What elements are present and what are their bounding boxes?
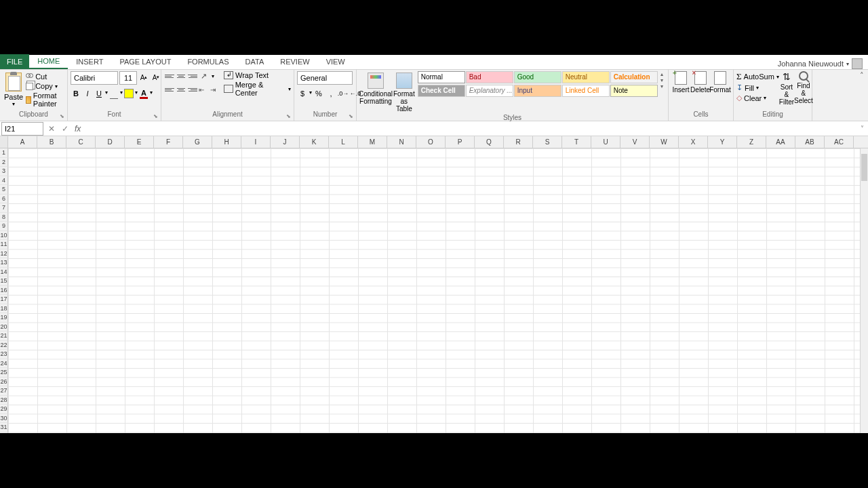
scrollbar-thumb[interactable] [861, 154, 867, 181]
row-header[interactable]: 18 [0, 304, 8, 314]
column-header[interactable]: C [66, 136, 96, 148]
increase-indent-button[interactable]: ⇥ [210, 85, 221, 94]
find-select-button[interactable]: Find & Select [794, 71, 813, 104]
row-header[interactable]: 22 [0, 341, 8, 350]
column-header[interactable]: J [271, 136, 300, 148]
avatar[interactable] [852, 58, 863, 69]
clear-button[interactable]: ◇Clear▾ [736, 94, 779, 102]
align-right-button[interactable] [187, 85, 198, 94]
decrease-font-button[interactable]: A▾ [151, 71, 161, 83]
column-header[interactable]: P [446, 136, 475, 148]
column-header[interactable]: D [96, 136, 125, 148]
user-dropdown-icon[interactable]: ▾ [846, 61, 849, 67]
row-header[interactable]: 31 [0, 423, 8, 432]
column-header[interactable]: W [650, 136, 679, 148]
comma-format-button[interactable]: , [326, 87, 336, 100]
row-header[interactable]: 30 [0, 414, 8, 424]
align-left-button[interactable] [164, 85, 175, 94]
delete-cells-button[interactable]: Delete [690, 71, 710, 94]
style-calculation[interactable]: Calculation [610, 71, 658, 83]
merge-center-button[interactable]: Merge & Center▾ [224, 81, 291, 97]
column-header[interactable]: S [533, 136, 562, 148]
underline-button[interactable]: U [94, 87, 104, 100]
align-center-button[interactable] [176, 85, 186, 94]
decrease-indent-button[interactable]: ⇤ [199, 85, 210, 94]
row-header[interactable]: 32 [0, 432, 8, 434]
tab-home[interactable]: HOME [29, 54, 68, 69]
tab-formulas[interactable]: FORMULAS [179, 54, 237, 69]
row-header[interactable]: 25 [0, 368, 8, 378]
row-header[interactable]: 16 [0, 286, 8, 296]
tab-data[interactable]: DATA [237, 54, 273, 69]
cells-area[interactable] [8, 148, 868, 433]
increase-decimal-button[interactable]: .0→ [338, 87, 349, 100]
row-header[interactable]: 29 [0, 405, 8, 414]
column-header[interactable]: AC [825, 136, 854, 148]
row-header[interactable]: 8 [0, 213, 8, 222]
style-check-cell[interactable]: Check Cell [418, 85, 465, 97]
chevron-down-icon[interactable]: ▾ [120, 87, 123, 100]
format-as-table-button[interactable]: Format as Table [392, 71, 416, 114]
wrap-text-button[interactable]: Wrap Text [224, 71, 291, 79]
column-header[interactable]: AA [766, 136, 795, 148]
row-header[interactable]: 11 [0, 240, 8, 249]
column-header[interactable]: Q [475, 136, 504, 148]
column-header[interactable]: M [358, 136, 387, 148]
column-header[interactable]: F [154, 136, 183, 148]
column-header[interactable]: Z [737, 136, 766, 148]
chevron-down-icon[interactable]: ▾ [309, 87, 312, 100]
column-header[interactable]: G [183, 136, 212, 148]
style-normal[interactable]: Normal [418, 71, 465, 83]
collapse-ribbon-icon[interactable]: ˄ [860, 71, 864, 80]
cut-button[interactable]: Cut [26, 73, 64, 81]
align-top-button[interactable] [164, 71, 175, 81]
formula-input[interactable] [83, 122, 856, 136]
row-header[interactable]: 17 [0, 295, 8, 304]
style-linked-cell[interactable]: Linked Cell [562, 85, 610, 97]
font-color-button[interactable]: A [138, 87, 149, 100]
chevron-down-icon[interactable]: ▾ [105, 87, 108, 100]
tab-page-layout[interactable]: PAGE LAYOUT [111, 54, 179, 69]
cancel-formula-button[interactable]: ✕ [45, 122, 58, 136]
column-header[interactable]: E [125, 136, 154, 148]
enter-formula-button[interactable]: ✓ [58, 122, 72, 136]
fill-button[interactable]: ↧Fill▾ [736, 83, 779, 92]
italic-button[interactable]: I [82, 87, 93, 100]
font-size-input[interactable] [119, 71, 137, 85]
increase-font-button[interactable]: A▴ [138, 71, 149, 83]
chevron-down-icon[interactable]: ▾ [135, 87, 138, 100]
style-note[interactable]: Note [610, 85, 658, 97]
tab-file[interactable]: FILE [0, 54, 29, 69]
style-explanatory[interactable]: Explanatory ... [466, 85, 513, 97]
borders-button[interactable] [108, 87, 119, 100]
column-header[interactable]: B [37, 136, 66, 148]
column-header[interactable]: L [329, 136, 358, 148]
column-header[interactable]: T [562, 136, 591, 148]
conditional-formatting-button[interactable]: Conditional Formatting [359, 71, 392, 106]
style-input[interactable]: Input [514, 85, 561, 97]
row-header[interactable]: 24 [0, 359, 8, 369]
row-header[interactable]: 23 [0, 350, 8, 359]
number-format-input[interactable] [297, 71, 353, 85]
chevron-down-icon[interactable]: ▾ [150, 87, 153, 100]
style-good[interactable]: Good [514, 71, 561, 83]
sort-filter-button[interactable]: ⇅Sort & Filter [779, 71, 794, 106]
percent-format-button[interactable]: % [313, 87, 324, 100]
styles-gallery-scroll[interactable]: ▴ ▾ ▾ [659, 71, 665, 89]
row-header[interactable]: 27 [0, 386, 8, 396]
row-header[interactable]: 20 [0, 323, 8, 332]
column-header[interactable]: X [679, 136, 708, 148]
spreadsheet-grid[interactable]: ABCDEFGHIJKLMNOPQRSTUVWXYZAAABAC 1234567… [0, 136, 868, 433]
tab-review[interactable]: REVIEW [272, 54, 317, 69]
clipboard-dialog-launcher-icon[interactable]: ⬊ [60, 113, 64, 119]
expand-formula-bar-icon[interactable]: ˅ [856, 125, 868, 132]
insert-cells-button[interactable]: Insert [671, 71, 690, 94]
row-header[interactable]: 3 [0, 167, 8, 176]
accounting-format-button[interactable]: $ [297, 87, 308, 100]
column-header[interactable]: O [416, 136, 446, 148]
row-header[interactable]: 14 [0, 268, 8, 277]
row-header[interactable]: 5 [0, 185, 8, 195]
style-bad[interactable]: Bad [466, 71, 513, 83]
column-header[interactable]: N [387, 136, 416, 148]
select-all-corner[interactable] [0, 136, 8, 148]
